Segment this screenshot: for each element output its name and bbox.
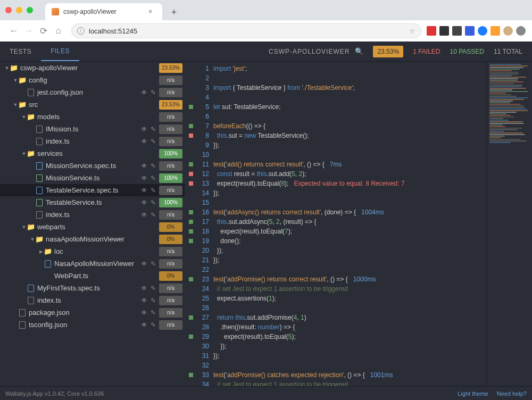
minimap[interactable] — [487, 62, 532, 386]
menu-icon[interactable] — [516, 26, 526, 36]
search-icon[interactable]: 🔍 — [355, 47, 363, 55]
tree-row[interactable]: TestableService.ts👁✎100% — [0, 196, 185, 209]
tree-row[interactable]: MissionService.ts👁✎100% — [0, 172, 185, 184]
address-bar[interactable]: i localhost:51245 ☆ — [71, 23, 421, 38]
tree-row[interactable]: index.ts👁✎n/a — [0, 294, 185, 306]
code-line[interactable]: 23test('addPromise() returns correct res… — [185, 274, 487, 284]
code-line[interactable]: 31}); — [185, 351, 487, 361]
code-line[interactable]: 11test('add() returns correct result', (… — [185, 160, 487, 169]
code-line[interactable]: 20 }); — [185, 246, 487, 255]
code-line[interactable]: 17 this.sut.addAsync(5, 2, (result) => { — [185, 217, 487, 227]
edit-icon[interactable]: ✎ — [151, 285, 156, 292]
eye-icon[interactable]: 👁 — [141, 309, 147, 316]
tree-row[interactable]: NasaApolloMissionViewer👁✎n/a — [0, 257, 185, 270]
code-line[interactable]: 22 — [185, 265, 487, 274]
eye-icon[interactable]: 👁 — [141, 126, 147, 133]
theme-link[interactable]: Light theme — [458, 390, 488, 397]
eye-icon[interactable]: 👁 — [141, 187, 147, 194]
code-line[interactable]: 6 — [185, 112, 487, 121]
home-button[interactable]: ⌂ — [51, 23, 66, 38]
edit-icon[interactable]: ✎ — [151, 162, 156, 170]
code-line[interactable]: 12 const result = this.sut.add(5, 2); — [185, 169, 487, 179]
extension-icon[interactable] — [465, 26, 475, 36]
code-line[interactable]: 33test('addPromise() catches expected re… — [185, 370, 487, 380]
eye-icon[interactable]: 👁 — [141, 321, 147, 329]
code-editor[interactable]: 1import 'jest';23import { TestableServic… — [185, 62, 487, 386]
code-line[interactable]: 34 // set Jest to expect 1 assertion to … — [185, 380, 487, 386]
tree-row[interactable]: jest.config.json👁✎n/a — [0, 86, 185, 98]
edit-icon[interactable]: ✎ — [151, 89, 156, 96]
edit-icon[interactable]: ✎ — [151, 260, 156, 268]
edit-icon[interactable]: ✎ — [151, 199, 156, 206]
extension-icon[interactable] — [491, 26, 500, 36]
tree-row[interactable]: TestableService.spec.ts👁✎n/a — [0, 184, 185, 196]
code-line[interactable]: 4 — [185, 93, 487, 102]
maximize-window-button[interactable] — [27, 7, 33, 13]
code-line[interactable]: 10 — [185, 150, 487, 160]
code-line[interactable]: 16test('addAsync() returns correct resul… — [185, 207, 487, 217]
eye-icon[interactable]: 👁 — [141, 260, 147, 268]
code-line[interactable]: 8 this.sut = new TestableService(); — [185, 131, 487, 140]
edit-icon[interactable]: ✎ — [151, 309, 156, 316]
code-line[interactable]: 2 — [185, 73, 487, 83]
edit-icon[interactable]: ✎ — [151, 321, 156, 329]
tree-row[interactable]: MissionService.spec.ts👁✎n/a — [0, 160, 185, 172]
eye-icon[interactable]: 👁 — [141, 199, 147, 206]
eye-icon[interactable]: 👁 — [141, 211, 147, 219]
tree-row[interactable]: index.ts👁✎n/a — [0, 135, 185, 147]
tree-row[interactable]: WebPart.ts0% — [0, 270, 185, 282]
edit-icon[interactable]: ✎ — [151, 126, 156, 133]
edit-icon[interactable]: ✎ — [151, 211, 156, 219]
code-line[interactable]: 19 done(); — [185, 236, 487, 246]
new-tab-button[interactable]: + — [167, 5, 181, 20]
code-line[interactable]: 13 expect(result).toEqual(8); Expected v… — [185, 179, 487, 188]
code-line[interactable]: 15 — [185, 198, 487, 207]
code-line[interactable]: 24 // set Jest to expect 1 assertion to … — [185, 284, 487, 294]
eye-icon[interactable]: 👁 — [141, 162, 147, 170]
edit-icon[interactable]: ✎ — [151, 297, 156, 304]
eye-icon[interactable]: 👁 — [141, 138, 147, 145]
eye-icon[interactable]: 👁 — [141, 297, 147, 304]
tree-row[interactable]: ▶📁locn/a — [0, 245, 185, 257]
tree-row[interactable]: index.ts👁✎n/a — [0, 209, 185, 221]
extension-icon[interactable] — [452, 26, 462, 36]
forward-button[interactable]: → — [21, 23, 36, 38]
code-line[interactable]: 28 .then((result: number) => { — [185, 322, 487, 332]
extension-icon[interactable] — [478, 26, 487, 36]
tree-row[interactable]: IMission.ts👁✎n/a — [0, 123, 185, 135]
back-button[interactable]: ← — [6, 23, 21, 38]
code-line[interactable]: 26 — [185, 303, 487, 313]
tree-row[interactable]: ▼📁confign/a — [0, 74, 185, 86]
code-line[interactable]: 18 expect(result).toEqual(7); — [185, 227, 487, 236]
code-line[interactable]: 3import { TestableService } from './Test… — [185, 83, 487, 93]
tree-row[interactable]: ▼📁modelsn/a — [0, 111, 185, 123]
code-line[interactable]: 25 expect.assertions(1); — [185, 294, 487, 303]
avatar-icon[interactable] — [503, 26, 513, 36]
tree-row[interactable]: tsconfig.json👁✎n/a — [0, 319, 185, 331]
close-tab-icon[interactable]: × — [148, 8, 156, 15]
site-info-icon[interactable]: i — [77, 27, 85, 35]
file-tree[interactable]: ▼📁cswp-apolloViewer23.53%▼📁confign/ajest… — [0, 62, 185, 386]
edit-icon[interactable]: ✎ — [151, 138, 156, 145]
code-line[interactable]: 32 — [185, 361, 487, 370]
minimize-window-button[interactable] — [16, 7, 22, 13]
eye-icon[interactable]: 👁 — [141, 89, 147, 96]
code-line[interactable]: 7beforeEach(() => { — [185, 121, 487, 131]
tree-row[interactable]: ▼📁cswp-apolloViewer23.53% — [0, 62, 185, 74]
reload-button[interactable]: ⟳ — [36, 23, 51, 38]
edit-icon[interactable]: ✎ — [151, 187, 156, 194]
extension-icon[interactable] — [439, 26, 449, 36]
code-line[interactable]: 21}); — [185, 255, 487, 265]
close-window-button[interactable] — [5, 7, 12, 13]
tree-row[interactable]: ▼📁nasaApolloMissionViewer0% — [0, 233, 185, 245]
code-line[interactable]: 9}); — [185, 140, 487, 150]
code-line[interactable]: 14}); — [185, 188, 487, 198]
extension-icon[interactable] — [427, 26, 436, 36]
tab-files[interactable]: FILES — [41, 41, 79, 61]
bookmark-star-icon[interactable]: ☆ — [409, 27, 415, 35]
tree-row[interactable]: ▼📁src23.53% — [0, 98, 185, 111]
tree-row[interactable]: ▼📁webparts0% — [0, 221, 185, 233]
tree-row[interactable]: MyFirstTests.spec.ts👁✎n/a — [0, 282, 185, 294]
code-line[interactable]: 1import 'jest'; — [185, 64, 487, 73]
code-line[interactable]: 27 return this.sut.addPromise(4, 1) — [185, 313, 487, 322]
